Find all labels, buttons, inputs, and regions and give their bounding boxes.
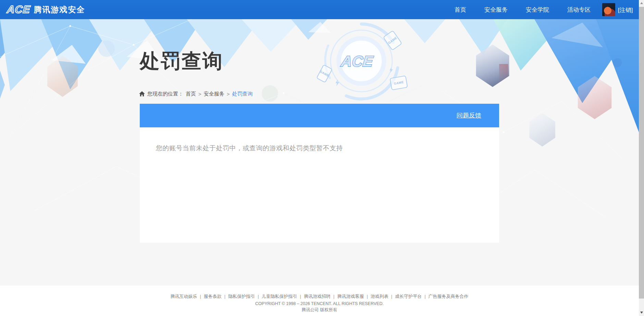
footer-company: 腾讯公司 版权所有 bbox=[0, 307, 639, 313]
breadcrumb: 您现在的位置： 首页 > 安全服务 > 处罚查询 bbox=[139, 91, 253, 97]
logout-link[interactable]: [注销] bbox=[618, 6, 633, 14]
nav-item[interactable]: 首页 bbox=[455, 6, 466, 14]
footer-link[interactable]: 游戏列表 bbox=[371, 294, 388, 299]
game-monitor-icon: GAME bbox=[389, 75, 408, 90]
panel-header: 问题反馈 bbox=[140, 104, 499, 127]
user-avatar[interactable] bbox=[602, 3, 615, 16]
home-icon bbox=[139, 91, 145, 97]
query-result-panel: 问题反馈 您的账号当前未处于处罚中，或查询的游戏和处罚类型暂不支持 bbox=[140, 104, 499, 243]
page-title: 处罚查询 bbox=[140, 48, 223, 75]
footer-link-separator: | bbox=[333, 294, 334, 299]
breadcrumb-separator: > bbox=[227, 91, 230, 97]
hero-banner: ACE GAME GAME GAME 处罚查询 您现在的位置： 首页 > 安全服… bbox=[0, 19, 639, 286]
footer-link[interactable]: 腾讯游戏客服 bbox=[337, 294, 364, 299]
footer-link-separator: | bbox=[300, 294, 301, 299]
character-hexagon-red-hair bbox=[575, 76, 614, 119]
scrollbar-thumb[interactable] bbox=[639, 7, 644, 299]
breadcrumb-separator: > bbox=[198, 91, 201, 97]
footer-link[interactable]: 广告服务及商务合作 bbox=[429, 294, 469, 299]
nav-item[interactable]: 活动专区 bbox=[567, 6, 591, 14]
brand[interactable]: ACE 腾讯游戏安全 bbox=[7, 3, 85, 16]
footer-link[interactable]: 隐私保护指引 bbox=[228, 294, 255, 299]
top-navbar: ACE 腾讯游戏安全 首页安全服务安全学院活动专区 [注销] bbox=[0, 0, 639, 19]
footer-link-separator: | bbox=[258, 294, 259, 299]
ace-emblem-text: ACE bbox=[340, 53, 374, 69]
scrollbar-down-button[interactable] bbox=[639, 309, 644, 315]
breadcrumb-prefix: 您现在的位置： bbox=[147, 91, 183, 97]
nav-item[interactable]: 安全服务 bbox=[484, 6, 508, 14]
character-hexagon-silver-hair bbox=[528, 113, 557, 147]
breadcrumb-home[interactable]: 首页 bbox=[186, 91, 196, 97]
vertical-scrollbar[interactable] bbox=[639, 0, 644, 316]
panel-body: 您的账号当前未处于处罚中，或查询的游戏和处罚类型暂不支持 bbox=[140, 127, 499, 243]
scrollbar-up-button[interactable] bbox=[639, 0, 644, 6]
arrow-down-icon bbox=[640, 312, 643, 314]
footer-link-separator: | bbox=[424, 294, 425, 299]
page-footer: 腾讯互动娱乐|服务条款|隐私保护指引|儿童隐私保护指引|腾讯游戏招聘|腾讯游戏客… bbox=[0, 286, 639, 316]
character-hexagon-swordsman bbox=[474, 45, 511, 87]
footer-link-separator: | bbox=[367, 294, 368, 299]
result-message: 您的账号当前未处于处罚中，或查询的游戏和处罚类型暂不支持 bbox=[156, 144, 499, 153]
character-hexagon-teemo bbox=[45, 56, 80, 97]
footer-links: 腾讯互动娱乐|服务条款|隐私保护指引|儿童隐私保护指引|腾讯游戏招聘|腾讯游戏客… bbox=[0, 286, 639, 300]
main-nav: 首页安全服务安全学院活动专区 bbox=[455, 0, 591, 19]
footer-link-separator: | bbox=[200, 294, 201, 299]
feedback-link[interactable]: 问题反馈 bbox=[457, 104, 481, 127]
breadcrumb-security-service[interactable]: 安全服务 bbox=[204, 91, 224, 97]
nav-item[interactable]: 安全学院 bbox=[526, 6, 549, 14]
footer-link[interactable]: 服务条款 bbox=[204, 294, 222, 299]
footer-link[interactable]: 腾讯互动娱乐 bbox=[170, 294, 197, 299]
arrow-up-icon bbox=[640, 2, 643, 4]
footer-link-separator: | bbox=[224, 294, 225, 299]
ace-logo-icon: ACE bbox=[6, 3, 31, 16]
footer-link-separator: | bbox=[391, 294, 392, 299]
footer-link[interactable]: 成长守护平台 bbox=[395, 294, 422, 299]
footer-link[interactable]: 儿童隐私保护指引 bbox=[262, 294, 297, 299]
footer-link[interactable]: 腾讯游戏招聘 bbox=[304, 294, 331, 299]
footer-copyright: COPYRIGHT © 1998 – 2026 TENCENT. ALL RIG… bbox=[0, 301, 639, 306]
brand-title: 腾讯游戏安全 bbox=[34, 4, 85, 15]
breadcrumb-current[interactable]: 处罚查询 bbox=[232, 91, 253, 97]
